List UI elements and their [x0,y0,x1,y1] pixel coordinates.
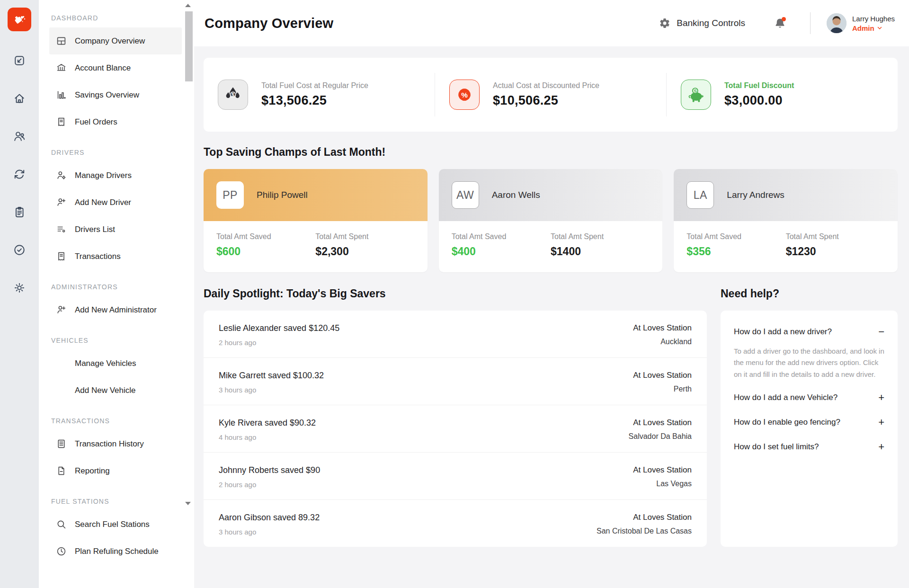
champ-name: Aaron Wells [492,190,540,200]
sidebar-scroll-down-icon[interactable] [185,502,191,505]
champ-name: Philip Powell [257,190,308,200]
nav-section-label-fuel-stations: FUEL STATIONS [51,498,182,505]
sidebar-item-savings-overview[interactable]: Savings Overview [49,81,182,108]
svg-text:%: % [461,91,468,99]
spotlight-headline: Aaron Gibson saved 89.32 [219,513,320,523]
spent-value: $2,300 [315,245,414,258]
faq-question-how-do-i-enable-geo-fencing[interactable]: How do I enable geo fencing?+ [734,417,884,428]
banking-controls-button[interactable]: Banking Controls [659,18,745,29]
spotlight-panel: Leslie Alexander saved $120.452 hours ag… [204,311,707,547]
spotlight-time: 2 hours ago [219,481,320,489]
sidebar-item-drivers-list[interactable]: Drivers List [49,216,182,243]
spotlight-row: Leslie Alexander saved $120.452 hours ag… [204,311,707,357]
spotlight-city: Salvador Da Bahia [629,432,692,441]
sidebar-item-account-blance[interactable]: Account Blance [49,54,182,81]
sidebar-item-add-new-vehicle[interactable]: Add New Vehicle [49,377,182,404]
avatar [827,13,847,33]
users-icon[interactable] [13,130,26,143]
sidebar-item-label: Savings Overview [75,90,139,100]
discount-badge-icon: % [449,80,480,110]
spotlight-row: Kyle Rivera saved $90.324 hours agoAt Lo… [204,405,707,452]
sidebar-item-company-overview[interactable]: Company Overview [49,27,182,54]
sidebar-item-add-new-driver[interactable]: Add New Driver [49,189,182,216]
minus-icon[interactable]: − [878,327,884,337]
sidebar-item-reporting[interactable]: Reporting [49,457,182,484]
spotlight-city: Auckland [633,338,692,346]
stat-label: Actual Cost at Discounted Price [493,81,599,90]
champs-title: Top Saving Champs of Last Month! [204,146,898,159]
plus-icon[interactable]: + [878,392,884,403]
stat-value: $3,000.00 [724,93,794,108]
sidebar-item-manage-drivers[interactable]: Manage Drivers [49,162,182,189]
user-plus-icon [56,197,67,208]
user-gear-icon [56,170,67,181]
spotlight-station: At Loves Station [633,371,692,380]
sync-icon[interactable] [13,168,26,181]
chevron-down-icon [877,25,882,31]
spotlight-station: At Loves Station [629,418,692,428]
initials-badge: PP [216,181,244,209]
bottom-row: Daily Spotlight: Today's Big Savers Lesl… [204,272,898,547]
user-name: Larry Hughes [852,15,895,23]
sidebar-item-label: Account Blance [75,63,131,73]
spotlight-city: San Cristobal De Las Casas [597,527,692,535]
faq-question-how-do-i-set-fuel-limits[interactable]: How do I set fuel limits?+ [734,442,884,452]
plus-icon[interactable]: + [878,442,884,452]
sidebar-scroll-up-icon[interactable] [185,4,191,7]
sidebar-scrollbar-thumb[interactable] [185,11,193,81]
bell-icon[interactable] [774,17,786,30]
home-icon[interactable] [13,92,26,105]
sidebar-item-manage-vehicles[interactable]: Manage Vehicles [49,350,182,377]
check-badge-icon[interactable] [13,243,26,257]
spotlight-time: 3 hours ago [219,528,320,536]
spotlight-city: Las Vegas [633,480,692,488]
faq-answer: To add a driver go to the dashboard, and… [734,346,884,380]
fuel-pump-icon[interactable] [8,8,31,31]
plus-icon[interactable]: + [878,417,884,428]
faq-question-label: How do I enable geo fencing? [734,418,840,427]
initials-badge: AW [452,181,479,209]
clipboard-icon[interactable] [13,205,26,219]
sidebar-item-transaction-history[interactable]: Transaction History [49,430,182,457]
spent-value: $1230 [786,245,885,258]
sidebar-item-label: Add New Vehicle [75,386,136,395]
spent-label: Total Amt Spent [315,232,414,241]
faq-question-label: How do I set fuel limits? [734,442,819,452]
spotlight-title: Daily Spotlight: Today's Big Savers [204,287,707,300]
faq-question-how-do-i-add-a-new-driver[interactable]: How do I add a new driver?− [734,327,884,337]
stat-value: $10,506.25 [493,93,599,108]
sidebar-item-search-fuel-stations[interactable]: Search Fuel Stations [49,511,182,538]
spotlight-station: At Loves Station [633,465,692,475]
gear-icon[interactable] [13,281,26,294]
saved-value: $400 [452,245,551,258]
help-panel: How do I add a new driver?−To add a driv… [721,311,898,547]
stat-value: $13,506.25 [261,93,368,108]
vehicle-gear-icon [56,358,67,369]
faq-question-label: How do I add a new Vehicle? [734,393,838,402]
piggy-bank-icon: S [681,80,711,110]
champ-card-aaron-wells: AWAaron WellsTotal Amt Saved$400Total Am… [439,169,663,272]
sidebar-item-label: Transaction History [75,439,144,449]
stat-total-fuel-discount: STotal Fuel Discount$3,000.00 [666,73,898,116]
sidebar-item-fuel-orders[interactable]: Fuel Orders [49,108,182,135]
user-menu[interactable]: Larry Hughes Admin [827,13,895,33]
sidebar-item-label: Add New Administrator [75,305,157,315]
stat-label: Total Fuel Cost at Regular Price [261,81,368,90]
sidebar-item-transactions[interactable]: Transactions [49,243,182,270]
sidebar-item-label: Transactions [75,252,121,261]
sidebar-item-label: Fuel Orders [75,117,117,127]
content: $Total Fuel Cost at Regular Price$13,506… [194,46,909,588]
spotlight-headline: Leslie Alexander saved $120.45 [219,323,339,333]
faq-question-how-do-i-add-a-new-vehicle[interactable]: How do I add a new Vehicle?+ [734,392,884,403]
sidebar-item-label: Add New Driver [75,198,131,207]
sidebar-item-add-new-administrator[interactable]: Add New Administrator [49,296,182,323]
sidebar-item-plan-refuling-schedule[interactable]: Plan Refuling Schedule [49,538,182,565]
expand-icon[interactable] [13,54,26,67]
app-root: DASHBOARDCompany OverviewAccount BlanceS… [0,0,909,588]
sidebar-item-label: Company Overview [75,36,145,46]
user-role-dropdown[interactable]: Admin [852,24,895,32]
gear-icon [659,18,670,29]
stat-actual-cost-at-discounted-price: %Actual Cost at Discounted Price$10,506.… [435,73,666,116]
saved-value: $600 [216,245,315,258]
header-divider [810,12,811,34]
